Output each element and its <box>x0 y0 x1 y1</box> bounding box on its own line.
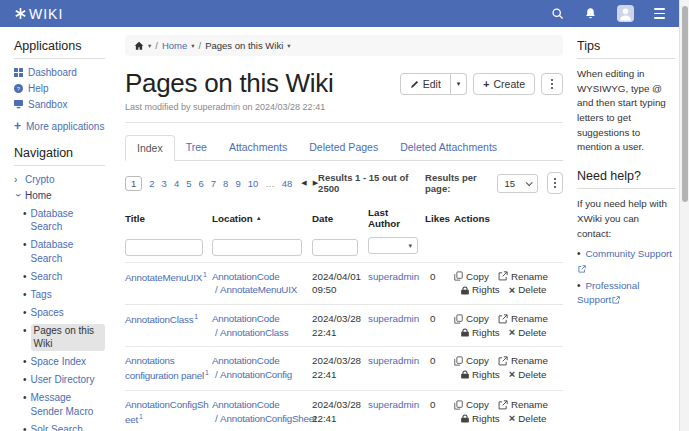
page-number[interactable]: 6 <box>198 178 203 189</box>
search-icon[interactable] <box>551 7 564 20</box>
page-number[interactable]: 7 <box>211 178 216 189</box>
previous-page-icon[interactable]: ◀ <box>301 179 306 187</box>
author-link[interactable]: superadmin <box>368 355 419 366</box>
nav-child-item[interactable]: • Database Search <box>23 207 105 234</box>
delete-action[interactable]: × Delete <box>509 412 547 426</box>
rename-action[interactable]: Rename <box>498 398 548 412</box>
copy-action[interactable]: Copy <box>454 270 489 284</box>
nav-node-home[interactable]: › Home <box>14 190 105 202</box>
nav-child-item[interactable]: • Space Index <box>23 355 105 369</box>
tab-deleted-attachments[interactable]: Deleted Attachments <box>389 135 508 160</box>
column-header-last-author[interactable]: Last Author <box>368 207 422 229</box>
tab-tree[interactable]: Tree <box>175 135 218 160</box>
table-row: AnnotationConfigSheet1 AnnotationCode An… <box>125 390 563 431</box>
author-link[interactable]: superadmin <box>368 271 419 282</box>
breadcrumb-home-link[interactable]: Home <box>162 40 187 51</box>
rights-action[interactable]: Rights <box>461 283 500 297</box>
date-filter-input[interactable] <box>312 239 358 256</box>
title-filter-input[interactable] <box>125 239 203 256</box>
copy-action[interactable]: Copy <box>454 398 489 412</box>
xwiki-logo[interactable]: WIKI <box>14 6 63 22</box>
delete-action[interactable]: × Delete <box>509 368 547 382</box>
nav-child-item[interactable]: • Search <box>23 270 105 284</box>
nav-child-item[interactable]: • Message Sender Macro <box>23 391 105 418</box>
nav-child-item[interactable]: • Tags <box>23 288 105 302</box>
page-title-link[interactable]: AnnotationConfigSheet <box>125 399 209 425</box>
author-link[interactable]: superadmin <box>368 399 419 410</box>
location-page-link[interactable]: AnnotationClass <box>212 326 309 340</box>
page-number[interactable]: 8 <box>223 178 228 189</box>
create-button[interactable]: + Create <box>473 73 535 95</box>
page-scrollbar[interactable] <box>679 0 689 431</box>
caret-down-icon[interactable]: ▾ <box>191 42 194 50</box>
copy-action[interactable]: Copy <box>454 354 489 368</box>
home-icon[interactable] <box>134 41 144 51</box>
location-page-link[interactable]: AnnotateMenuUIX <box>212 283 309 297</box>
page-title-link[interactable]: Annotations configuration panel <box>125 355 204 381</box>
author-link[interactable]: superadmin <box>368 313 419 324</box>
rename-action[interactable]: Rename <box>498 312 548 326</box>
chevron-down-icon[interactable]: › <box>12 194 24 201</box>
support-link[interactable]: Community Support <box>586 248 673 259</box>
author-filter-select[interactable]: ▾ <box>368 237 418 254</box>
nav-child-item[interactable]: • Database Search <box>23 238 105 265</box>
page-number[interactable]: 9 <box>235 178 240 189</box>
page-number[interactable]: 3 <box>162 178 167 189</box>
menu-hamburger-icon[interactable] <box>654 8 665 18</box>
location-space-link[interactable]: AnnotationCode <box>212 354 309 368</box>
location-space-link[interactable]: AnnotationCode <box>212 398 309 412</box>
caret-down-icon[interactable]: ▾ <box>287 42 290 50</box>
tab-deleted-pages[interactable]: Deleted Pages <box>298 135 389 160</box>
column-header-location[interactable]: Location ▲ <box>212 207 309 229</box>
page-title-link[interactable]: AnnotationClass <box>125 314 193 325</box>
per-page-select[interactable]: 15 <box>497 174 538 193</box>
page-number[interactable]: … <box>265 178 275 189</box>
nav-child-item[interactable]: • User Directory <box>23 373 105 387</box>
edit-dropdown-button[interactable]: ▾ <box>451 73 468 95</box>
location-page-link[interactable]: AnnotationConfigSheet <box>212 412 309 426</box>
support-links-list: •Community Support •Professional Support <box>577 247 675 307</box>
page-number[interactable]: 4 <box>174 178 179 189</box>
column-header-title[interactable]: Title <box>125 207 209 229</box>
sidebar-item-dashboard[interactable]: Dashboard <box>14 67 105 78</box>
location-filter-input[interactable] <box>212 239 302 256</box>
nav-child-item[interactable]: • Solr Search <box>23 423 105 431</box>
date-cell: 2024/03/28 22:41 <box>312 398 365 427</box>
sidebar-item-help[interactable]: ? Help <box>14 83 105 94</box>
page-number[interactable]: 10 <box>248 178 259 189</box>
tab-attachments[interactable]: Attachments <box>218 135 298 160</box>
rights-action[interactable]: Rights <box>461 326 500 340</box>
rights-action[interactable]: Rights <box>461 368 500 382</box>
page-number[interactable]: 2 <box>149 178 154 189</box>
page-number[interactable]: 5 <box>186 178 191 189</box>
rename-action[interactable]: Rename <box>498 270 548 284</box>
nav-child-item[interactable]: • Spaces <box>23 306 105 320</box>
user-avatar[interactable] <box>617 5 634 22</box>
delete-action[interactable]: × Delete <box>509 326 547 340</box>
location-page-link[interactable]: AnnotationConfig <box>212 368 309 382</box>
scrollbar-thumb[interactable] <box>682 6 688 202</box>
delete-action[interactable]: × Delete <box>509 283 547 297</box>
page-number[interactable]: 48 <box>282 178 293 189</box>
location-space-link[interactable]: AnnotationCode <box>212 270 309 284</box>
nav-node-crypto[interactable]: › Crypto <box>14 174 105 186</box>
sidebar-item-sandbox[interactable]: Sandbox <box>14 99 105 110</box>
copy-action[interactable]: Copy <box>454 312 489 326</box>
more-actions-button[interactable] <box>541 73 563 95</box>
page-number[interactable]: 1 <box>125 176 142 191</box>
caret-down-icon[interactable]: ▾ <box>148 42 151 50</box>
rename-action[interactable]: Rename <box>498 354 548 368</box>
column-header-date[interactable]: Date <box>312 207 365 229</box>
notifications-bell-icon[interactable] <box>584 7 597 20</box>
edit-button[interactable]: Edit <box>400 73 451 95</box>
table-options-button[interactable] <box>547 172 563 194</box>
page-title-link[interactable]: AnnotateMenuUIX <box>125 272 202 283</box>
column-header-likes[interactable]: Likes <box>425 207 451 229</box>
support-link[interactable]: Professional Support <box>577 280 639 306</box>
nav-child-item[interactable]: • Pages on this Wiki <box>23 324 105 351</box>
chevron-right-icon[interactable]: › <box>14 174 21 186</box>
tab-index[interactable]: Index <box>125 135 175 161</box>
rights-action[interactable]: Rights <box>461 412 500 426</box>
more-applications-link[interactable]: + More applications <box>14 120 105 132</box>
location-space-link[interactable]: AnnotationCode <box>212 312 309 326</box>
